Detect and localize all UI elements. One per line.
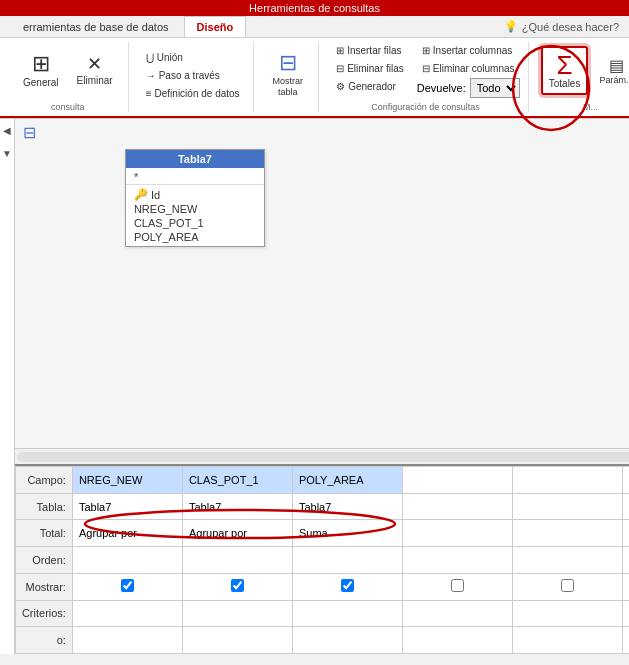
total-cell-3[interactable] [402, 520, 512, 547]
o-cell-4[interactable] [512, 627, 622, 654]
orden-row: Orden: [15, 547, 629, 574]
orden-cell-4[interactable] [512, 547, 622, 574]
key-icon: 🔑 [134, 188, 148, 201]
generador-button[interactable]: ⚙ Generador [331, 78, 409, 95]
field-nreg-new[interactable]: NREG_NEW [126, 202, 264, 216]
totales-button[interactable]: Σ Totales [541, 46, 589, 95]
mostrar-check-5[interactable] [622, 573, 629, 600]
paso-button[interactable]: → Paso a través [141, 67, 245, 84]
mostrar-check-1[interactable] [182, 573, 292, 600]
criterios-cell-0[interactable] [72, 600, 182, 627]
insertar-columnas-button[interactable]: ⊞ Insertar columnas [417, 42, 520, 59]
mostrar-row: Mostrar: [15, 573, 629, 600]
filas-group: ⊞ Insertar filas ⊟ Eliminar filas ⚙ Gene… [331, 42, 409, 98]
tab-help[interactable]: 💡 ¿Qué desea hacer? [494, 16, 629, 37]
criterios-label: Criterios: [15, 600, 72, 627]
campo-cell-3[interactable] [402, 467, 512, 494]
eliminar-filas-icon: ⊟ [336, 63, 344, 74]
orden-cell-5[interactable] [622, 547, 629, 574]
tab-database-tools[interactable]: erramientas de base de datos [10, 16, 182, 37]
mostrar-tabla-button[interactable]: ⊟ Mostrartabla [266, 47, 311, 103]
general-button[interactable]: ⊞ General [16, 48, 66, 93]
left-arrow-icon[interactable]: ◀ [1, 123, 13, 138]
devuelve-label: Devuelve: [417, 82, 466, 94]
eliminar-icon: ✕ [87, 55, 102, 73]
down-arrow-icon[interactable]: ▼ [0, 146, 14, 161]
eliminar-columnas-button[interactable]: ⊟ Eliminar columnas [417, 60, 520, 77]
parametros-button[interactable]: ▤ Parám... [592, 51, 629, 90]
field-id[interactable]: 🔑 Id [126, 187, 264, 202]
campo-cell-4[interactable] [512, 467, 622, 494]
orden-cell-0[interactable] [72, 547, 182, 574]
o-cell-0[interactable] [72, 627, 182, 654]
tabla-cell-1[interactable]: Tabla7 [182, 493, 292, 520]
o-cell-3[interactable] [402, 627, 512, 654]
criterios-cell-2[interactable] [292, 600, 402, 627]
o-cell-5[interactable] [622, 627, 629, 654]
field-asterisk[interactable]: * [126, 170, 264, 185]
tabla-label: Tabla: [15, 493, 72, 520]
mostrar-checkbox-1[interactable] [231, 579, 244, 592]
criterios-cell-4[interactable] [512, 600, 622, 627]
total-cell-5[interactable] [622, 520, 629, 547]
tabla-cell-3[interactable] [402, 493, 512, 520]
o-cell-1[interactable] [182, 627, 292, 654]
total-cell-2[interactable]: Suma [292, 520, 402, 547]
orden-cell-3[interactable] [402, 547, 512, 574]
ribbon-body: ⊞ General ✕ Eliminar consulta ⋃ Unión [0, 38, 629, 118]
o-label: o: [15, 627, 72, 654]
h-scrollbar[interactable] [15, 448, 629, 464]
tabla-cell-5[interactable] [622, 493, 629, 520]
ribbon-group-mostrar: ⊟ Mostrartabla [258, 42, 320, 112]
mostrar-label: Mostrartabla [273, 76, 304, 98]
criterios-cell-1[interactable] [182, 600, 292, 627]
union-button[interactable]: ⋃ Unión [141, 49, 245, 66]
criterios-cell-5[interactable] [622, 600, 629, 627]
criterios-cell-3[interactable] [402, 600, 512, 627]
campo-cell-5[interactable] [622, 467, 629, 494]
bottom-scroll[interactable]: Campo: NREG_NEW CLAS_POT_1 POLY_AREA [15, 466, 629, 654]
eliminar-columnas-icon: ⊟ [422, 63, 430, 74]
campo-cell-2[interactable]: POLY_AREA [292, 467, 402, 494]
total-cell-0[interactable]: Agrupar por [72, 520, 182, 547]
total-cell-4[interactable] [512, 520, 622, 547]
mostrar-check-0[interactable] [72, 573, 182, 600]
devuelve-select[interactable]: Todo 5 25 100 [470, 78, 520, 98]
eliminar-button[interactable]: ✕ Eliminar [70, 50, 120, 91]
mostrar-content: ⊟ Mostrartabla [266, 42, 311, 108]
tabla-cell-2[interactable]: Tabla7 [292, 493, 402, 520]
eliminar-filas-button[interactable]: ⊟ Eliminar filas [331, 60, 409, 77]
tabla-cell-0[interactable]: Tabla7 [72, 493, 182, 520]
o-cell-2[interactable] [292, 627, 402, 654]
tabla7-header: Tabla7 [126, 150, 264, 168]
orden-cell-2[interactable] [292, 547, 402, 574]
campo-cell-0[interactable]: NREG_NEW [72, 467, 182, 494]
mostrar-checkbox-2[interactable] [341, 579, 354, 592]
mostrar-check-2[interactable] [292, 573, 402, 600]
bottom-grid-container: Campo: NREG_NEW CLAS_POT_1 POLY_AREA [15, 464, 629, 654]
mostrar-checkbox-4[interactable] [561, 579, 574, 592]
mostrar-checkbox-0[interactable] [121, 579, 134, 592]
mostrar-checkbox-3[interactable] [451, 579, 464, 592]
query-grid: Campo: NREG_NEW CLAS_POT_1 POLY_AREA [15, 466, 629, 654]
orden-cell-1[interactable] [182, 547, 292, 574]
ribbon-container: Herramientas de consultas erramientas de… [0, 0, 629, 119]
insertar-filas-button[interactable]: ⊞ Insertar filas [331, 42, 409, 59]
campo-cell-1[interactable]: CLAS_POT_1 [182, 467, 292, 494]
definicion-icon: ≡ [146, 88, 152, 99]
tab-design[interactable]: Diseño [184, 16, 247, 37]
orden-label: Orden: [15, 547, 72, 574]
mostrar-check-3[interactable] [402, 573, 512, 600]
h-scrollbar-track[interactable] [17, 452, 629, 462]
total-cell-1[interactable]: Agrupar por [182, 520, 292, 547]
field-clas-pot[interactable]: CLAS_POT_1 [126, 216, 264, 230]
tabla-cell-4[interactable] [512, 493, 622, 520]
columnas-group: ⊞ Insertar columnas ⊟ Eliminar columnas … [417, 42, 520, 98]
o-row: o: [15, 627, 629, 654]
union-small-group: ⋃ Unión → Paso a través ≡ Definición de … [141, 49, 245, 102]
field-poly-area[interactable]: POLY_AREA [126, 230, 264, 244]
consulta-label: consulta [51, 102, 85, 112]
definicion-button[interactable]: ≡ Definición de datos [141, 85, 245, 102]
ribbon-top-bar: Herramientas de consultas [0, 0, 629, 16]
mostrar-check-4[interactable] [512, 573, 622, 600]
